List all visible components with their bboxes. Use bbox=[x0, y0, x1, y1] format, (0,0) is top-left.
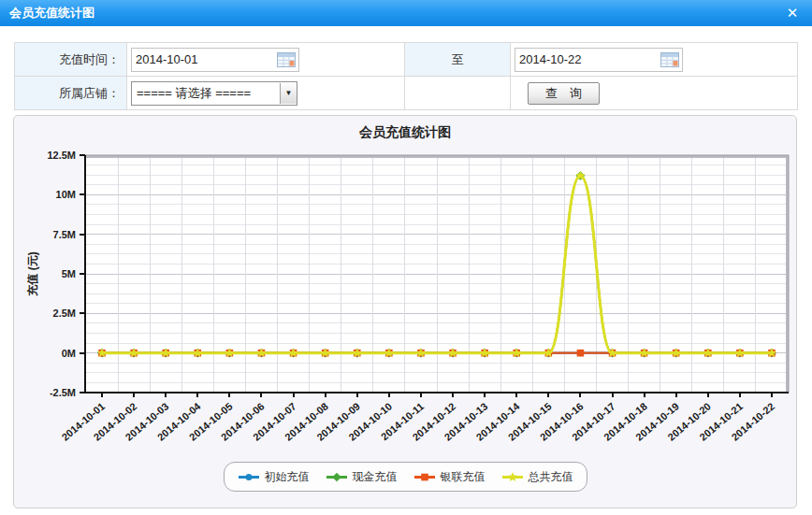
legend-label: 银联充值 bbox=[441, 469, 486, 485]
svg-text:7.5M: 7.5M bbox=[53, 229, 76, 240]
y-axis-labels: -2.5M0M2.5M5M7.5M10M12.5M bbox=[47, 150, 76, 398]
form-row-shop: 所属店铺： ===== 请选择 ===== ▼ 查 询 bbox=[15, 77, 798, 110]
empty-cell bbox=[405, 77, 511, 110]
y-axis-title: 充值 (元) bbox=[26, 251, 39, 296]
date-from-input[interactable] bbox=[132, 52, 277, 66]
date-to-wrap bbox=[515, 48, 683, 72]
legend-marker-star bbox=[501, 471, 524, 483]
chevron-down-icon: ▼ bbox=[280, 83, 297, 104]
close-icon[interactable]: ✕ bbox=[782, 0, 803, 26]
date-from-wrap bbox=[131, 48, 299, 72]
svg-text:5M: 5M bbox=[62, 268, 76, 279]
svg-text:2.5M: 2.5M bbox=[53, 308, 76, 319]
shop-select[interactable]: ===== 请选择 ===== ▼ bbox=[131, 81, 297, 106]
legend-label: 总共充值 bbox=[529, 469, 573, 485]
svg-text:-2.5M: -2.5M bbox=[50, 387, 76, 398]
svg-text:12.5M: 12.5M bbox=[47, 150, 76, 161]
calendar-icon[interactable] bbox=[660, 52, 679, 67]
legend-label: 初始充值 bbox=[265, 469, 310, 485]
to-label: 至 bbox=[405, 43, 511, 77]
query-button[interactable]: 查 询 bbox=[528, 82, 600, 105]
legend-marker-circle bbox=[238, 471, 260, 483]
dialog-titlebar: 会员充值统计图 ✕ bbox=[0, 0, 812, 26]
legend-item: 初始充值 bbox=[238, 469, 310, 485]
legend-marker-square bbox=[413, 471, 436, 483]
svg-text:10M: 10M bbox=[56, 189, 76, 200]
legend-marker-diamond bbox=[326, 471, 348, 483]
chart-title: 会员充值统计图 bbox=[14, 124, 796, 141]
chart-panel: 会员充值统计图 -2.5M0M2.5M5M7.5M10M12.5M2014-10… bbox=[13, 115, 797, 508]
dialog-title: 会员充值统计图 bbox=[0, 0, 812, 26]
calendar-icon[interactable] bbox=[277, 52, 296, 67]
legend-item: 总共充值 bbox=[501, 469, 573, 485]
x-axis-labels: 2014-10-012014-10-022014-10-032014-10-04… bbox=[59, 400, 776, 443]
svg-text:0M: 0M bbox=[62, 348, 76, 359]
legend-row: 初始充值现金充值银联充值总共充值 bbox=[14, 462, 796, 492]
recharge-time-label: 充值时间： bbox=[15, 43, 127, 77]
chart-plot-area: -2.5M0M2.5M5M7.5M10M12.5M2014-10-012014-… bbox=[14, 144, 798, 464]
shop-label: 所属店铺： bbox=[15, 77, 127, 110]
legend-label: 现金充值 bbox=[353, 469, 398, 485]
legend-item: 现金充值 bbox=[326, 469, 398, 485]
chart-legend: 初始充值现金充值银联充值总共充值 bbox=[224, 462, 587, 492]
date-to-input[interactable] bbox=[515, 52, 660, 66]
filter-form: 充值时间： 至 bbox=[14, 42, 798, 110]
shop-select-value: ===== 请选择 ===== bbox=[132, 85, 280, 102]
form-row-time: 充值时间： 至 bbox=[15, 43, 798, 77]
legend-item: 银联充值 bbox=[413, 469, 486, 485]
